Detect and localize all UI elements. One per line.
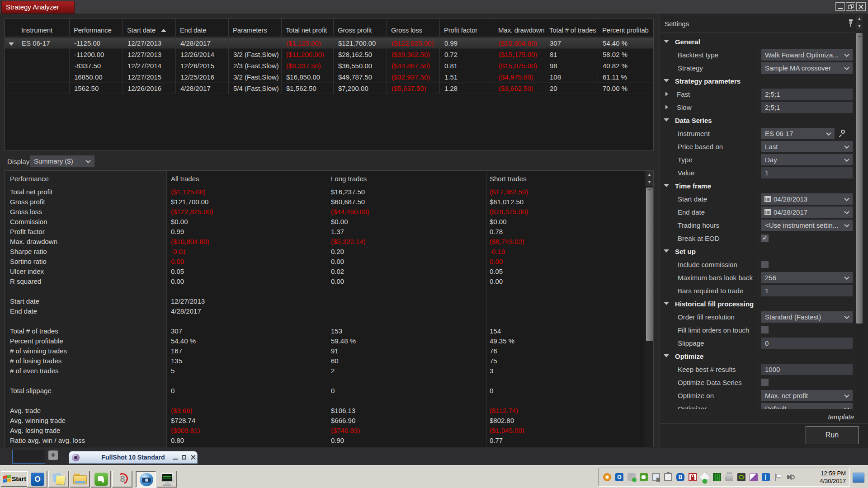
fullshot-minimize-button[interactable] (172, 455, 178, 460)
fullshot-close-button[interactable] (190, 455, 196, 460)
results-row[interactable]: ES 06-17-1125.0012/27/20134/28/2017($1,1… (5, 38, 653, 49)
tab-strategy-analyzer[interactable] (12, 450, 45, 464)
scroll-up-icon[interactable]: ▲ (646, 171, 653, 178)
summary-column-header[interactable]: Short trades (490, 171, 527, 186)
sync-check-tray-icon[interactable] (699, 471, 710, 483)
taskbar-button-fullshot-camera[interactable] (136, 471, 156, 488)
collapse-icon[interactable] (664, 249, 669, 253)
dropdown[interactable]: 04/28/2013 (761, 193, 853, 205)
scrollbar-thumb[interactable] (646, 188, 653, 341)
summary-scrollbar[interactable]: ▲▼ (645, 171, 653, 447)
checkbox[interactable]: ✓ (761, 235, 769, 242)
display-tray-icon[interactable] (652, 473, 660, 481)
column-header[interactable]: Gross profit (334, 19, 387, 37)
add-tab-button[interactable]: + (48, 450, 58, 460)
restore-button[interactable] (846, 2, 855, 11)
collapse-icon[interactable] (664, 118, 669, 122)
column-header[interactable]: Parameters (229, 19, 282, 37)
dropdown[interactable]: ES 06-17 (761, 128, 835, 139)
display-dropdown[interactable]: Summary ($) (30, 155, 94, 167)
snipping-tray-icon[interactable] (750, 473, 758, 481)
taskbar-clock[interactable]: 12:59 PM 4/30/2017 (820, 469, 846, 485)
fullshot-restore-button[interactable] (181, 455, 187, 460)
column-header[interactable]: Instrument (17, 19, 70, 37)
dropdown[interactable]: Max. net profit (761, 390, 853, 401)
checkbox[interactable] (761, 379, 769, 386)
pin-icon[interactable] (849, 19, 853, 27)
column-header[interactable]: Percent profitab (598, 19, 653, 37)
template-link[interactable]: template (660, 413, 854, 421)
column-header[interactable]: End date (176, 19, 229, 37)
scroll-down-icon[interactable]: ▼ (856, 23, 863, 30)
taskbar-button-evernote[interactable] (91, 471, 111, 488)
column-header[interactable]: Start date (123, 19, 176, 37)
dropdown[interactable]: Day (761, 154, 853, 165)
run-button[interactable]: Run (806, 426, 859, 444)
column-header[interactable]: Performance (70, 19, 123, 37)
search-icon[interactable] (841, 130, 845, 134)
start-button[interactable]: Start (1, 471, 30, 487)
minimize-button[interactable] (835, 2, 845, 11)
collapse-icon[interactable] (664, 40, 669, 43)
taskbar-button-sticky-notes[interactable] (48, 471, 69, 488)
collapse-icon[interactable] (664, 354, 669, 357)
outlook-tray-icon[interactable]: O (615, 473, 623, 481)
expand-icon[interactable] (665, 92, 668, 96)
collapse-icon[interactable] (9, 42, 14, 46)
text-input[interactable]: 1 (761, 285, 853, 296)
text-input[interactable]: 2;5;1 (761, 102, 853, 113)
row-expander-cell[interactable] (5, 38, 17, 49)
results-row[interactable]: 16850.0012/27/201512/25/20163/2 (Fast,Sl… (5, 71, 653, 83)
close-button[interactable] (856, 2, 866, 11)
security-lock-tray-icon[interactable] (689, 473, 697, 481)
column-header[interactable]: Total # of trades (545, 19, 598, 37)
text-input[interactable]: 1000 (761, 364, 853, 375)
column-header[interactable]: Gross loss (387, 19, 440, 37)
summary-column-header[interactable]: All trades (171, 171, 199, 186)
dropdown[interactable]: Standard (Fastest) (761, 311, 853, 323)
taskbar-button-folder[interactable] (70, 471, 90, 488)
taskbar-button-trading-monitor[interactable] (157, 471, 177, 488)
dropdown[interactable]: Walk Foward Optimiza... (761, 49, 853, 61)
dropdown[interactable]: 04/28/2017 (761, 206, 853, 218)
results-row[interactable]: 1562.5012/26/20164/28/20175/4 (Fast,Slow… (5, 83, 653, 94)
checkbox[interactable] (761, 261, 769, 268)
collapse-icon[interactable] (664, 184, 669, 187)
column-header[interactable]: Max. drawdown (494, 19, 545, 37)
wireless-tray-icon[interactable] (762, 473, 770, 481)
flag-tray-icon[interactable] (774, 473, 782, 481)
taskbar-button-red-sync[interactable]: 8 (112, 471, 132, 488)
volume-tray-icon[interactable] (786, 473, 794, 481)
power-tray-icon[interactable] (664, 473, 672, 481)
text-input[interactable]: 2;5;1 (761, 89, 853, 100)
scroll-down-icon[interactable]: ▼ (646, 178, 653, 186)
expand-icon[interactable] (665, 105, 668, 109)
evernote-tray-icon[interactable] (640, 473, 648, 481)
results-row[interactable]: -8337.5012/27/201412/26/20152/3 (Fast,Sl… (5, 60, 653, 71)
window-title-tab[interactable]: Strategy Analyzer (1, 1, 75, 14)
bluetooth-tray-icon[interactable]: B (676, 473, 684, 481)
column-header[interactable]: Profit factor (440, 19, 494, 37)
checkbox[interactable] (761, 326, 769, 333)
fullshot-titlebar[interactable]: FullShot 10 Standard (69, 451, 198, 464)
text-input[interactable]: 1 (761, 167, 853, 178)
nvidia-tray-icon[interactable] (737, 473, 745, 481)
taskbar-button-outlook[interactable]: O (27, 471, 47, 488)
dropdown[interactable]: 256 (761, 272, 853, 283)
dropdown[interactable]: Sample MA crossover (761, 62, 853, 74)
column-header[interactable]: Total net profit (282, 19, 334, 37)
dropdown[interactable]: <Use instrument settin... (761, 220, 853, 231)
collapse-icon[interactable] (664, 79, 669, 82)
scroll-up-icon[interactable]: ▲ (856, 15, 863, 22)
picasa-tray-icon[interactable] (603, 473, 611, 481)
dropdown[interactable]: Default (761, 403, 853, 409)
usb-tray-icon[interactable] (725, 473, 733, 481)
settings-scrollbar[interactable]: ▲ ▼ (856, 15, 863, 416)
ram-tray-icon[interactable] (713, 473, 721, 481)
summary-column-header[interactable]: Performance (10, 171, 49, 186)
results-row[interactable]: -11200.0012/27/201312/26/20143/2 (Fast,S… (5, 49, 653, 60)
summary-column-header[interactable]: Long trades (331, 171, 367, 186)
dropdown[interactable]: Last (761, 141, 853, 152)
text-input[interactable]: 0 (761, 338, 853, 349)
show-desktop-icon[interactable] (853, 473, 864, 483)
